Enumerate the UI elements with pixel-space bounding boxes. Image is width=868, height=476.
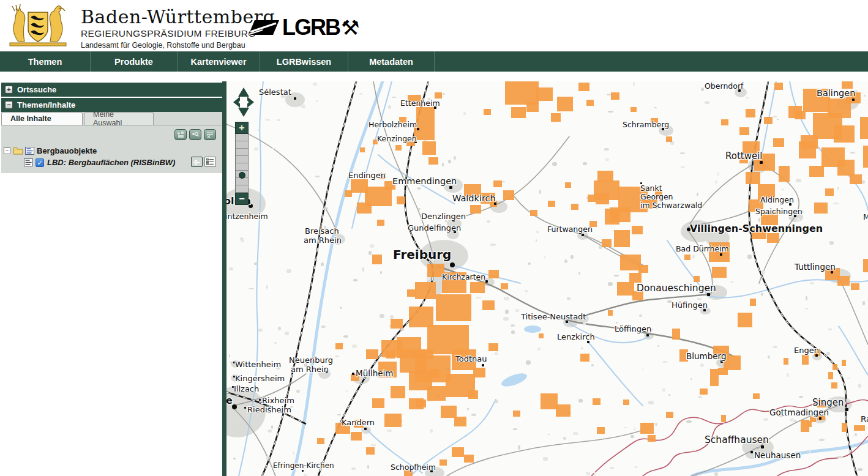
add-search-layer-button[interactable]	[189, 129, 201, 140]
town-label: Schramberg	[623, 120, 669, 129]
town-label: Wittenheim	[235, 360, 281, 369]
town-label: M	[863, 212, 868, 221]
town-label: Georgen	[640, 192, 673, 201]
panel-themen-title: Themen/Inhalte	[17, 100, 75, 110]
panel-ortssuche-header[interactable]: + Ortssuche	[1, 83, 222, 97]
zoom-in-button[interactable]: +	[235, 122, 249, 134]
nav-item-kartenviewer[interactable]: Kartenviewer	[178, 51, 260, 72]
town-label: Ra	[861, 414, 868, 424]
lgrb-logo: LGRB ⚒	[248, 15, 359, 40]
crossed-hammers-icon: ⚒	[341, 17, 359, 38]
nav-item-produkte[interactable]: Produkte	[91, 51, 178, 72]
layer-transparency-button[interactable]	[191, 157, 203, 167]
town-label: Kirchzarten	[442, 272, 485, 281]
town-label: Müllheim	[356, 368, 393, 378]
collapse-icon[interactable]: −	[5, 101, 13, 109]
tree-leaf-bergbauflaechen: ✓ LBD: Bergbauflächen (RISBinBW)	[4, 157, 220, 168]
town-label: Neuhausen	[754, 450, 801, 460]
town-label: Efringen-Kirchen	[273, 461, 334, 470]
zoom-track[interactable]	[235, 134, 249, 193]
map-viewport[interactable]: SélestatEttenheimHerbolzheimKenzingenEnd…	[226, 81, 868, 476]
add-search-icon	[192, 132, 199, 138]
town-label: Sélestat	[259, 87, 291, 97]
site-title: Baden-Württemberg	[81, 6, 275, 28]
town-label: am Rhein	[304, 236, 342, 245]
transparency-knob-icon	[195, 160, 197, 165]
town-label: Endingen	[348, 171, 386, 180]
layer-checkbox[interactable]: ✓	[36, 158, 44, 167]
remove-layers-button[interactable]	[204, 129, 216, 140]
town-label: Denzlingen	[421, 212, 466, 221]
add-layers-icon	[177, 132, 184, 138]
tree-expander-icon[interactable]: −	[4, 147, 10, 154]
town-label: Kandern	[342, 418, 375, 427]
town-label: Löffingen	[615, 324, 651, 333]
nav-item-lgrbwissen[interactable]: LGRBwissen	[260, 51, 348, 72]
town-label: Engen	[794, 346, 819, 355]
town-label: Waldkirch	[452, 193, 496, 203]
folder-node-label[interactable]: Bergbauobjekte	[37, 146, 97, 155]
town-label: Villingen-Schwenningen	[690, 223, 823, 234]
town-label: Breisach	[305, 226, 339, 236]
layer-legend-button[interactable]	[204, 157, 216, 167]
sidebar: + Ortssuche − Themen/Inhalte Alle Inhalt…	[0, 81, 226, 476]
town-label: Herbolzheim	[369, 120, 417, 129]
zoom-slider: + −	[235, 122, 249, 205]
remove-layers-icon	[206, 132, 214, 138]
town-label: Freiburg	[393, 247, 451, 262]
pan-control[interactable]	[231, 87, 256, 117]
zoom-handle[interactable]	[239, 172, 245, 179]
layer-list-icon	[24, 158, 33, 166]
town-label: Blumberg	[686, 351, 726, 361]
town-label: Tuttlingen	[795, 262, 836, 272]
town-labels-layer: SélestatEttenheimHerbolzheimKenzingenEnd…	[226, 81, 868, 476]
lgrb-logo-text: LGRB	[282, 15, 340, 40]
town-label: Emmendingen	[392, 176, 457, 186]
town-label: Furtwangen	[547, 225, 593, 234]
town-label: Bad Dürrheim	[676, 244, 729, 253]
legend-list-icon	[206, 158, 214, 165]
town-label: Sankt	[640, 184, 662, 193]
header-spacer	[0, 72, 868, 81]
town-label: Singen	[812, 397, 844, 408]
town-label: Oberndorf	[705, 81, 743, 91]
nav-item-metadaten[interactable]: Metadaten	[348, 51, 435, 72]
town-label: Schaffhausen	[705, 434, 769, 445]
layer-node-label[interactable]: LBD: Bergbauflächen (RISBinBW)	[47, 158, 175, 167]
nav-item-themen[interactable]: Themen	[0, 51, 91, 72]
town-label: Kenzingen	[377, 134, 417, 143]
tree-node-bergbauobjekte: − Bergbauobjekte	[4, 145, 220, 157]
baden-wuerttemberg-coat-of-arms	[6, 4, 70, 48]
page-header: Baden-Württemberg REGIERUNGSPRÄSIDIUM FR…	[0, 0, 868, 51]
zoom-out-button[interactable]: −	[235, 193, 249, 205]
town-label: Ettenheim	[400, 99, 440, 108]
panel-ortssuche-title: Ortssuche	[17, 85, 56, 94]
layer-tree: − Bergbauobjekte ✓ LBD: Bergbauflächen (…	[1, 144, 222, 173]
town-label: Spaichingen	[755, 207, 803, 216]
town-label: Rottweil	[725, 151, 763, 162]
lgrb-logo-icon	[248, 17, 280, 38]
expand-icon[interactable]: +	[5, 86, 13, 94]
town-label: Lenzkirch	[557, 332, 595, 341]
town-label: Todtnau	[455, 354, 487, 363]
town-label: Titisee-Neustadt	[521, 312, 586, 321]
main-nav: Themen Produkte Kartenviewer LGRBwissen …	[0, 51, 868, 72]
tab-alle-inhalte[interactable]: Alle Inhalte	[1, 112, 83, 125]
town-label: Schopfheim	[391, 463, 436, 472]
content-tabs: Alle Inhalte Meine Auswahl	[1, 112, 222, 125]
town-label: Hüfingen	[672, 300, 708, 310]
tree-toolbar	[1, 125, 222, 144]
tab-meine-auswahl[interactable]: Meine Auswahl	[84, 112, 154, 125]
add-layers-button[interactable]	[174, 129, 187, 140]
site-subtitle: REGIERUNGSPRÄSIDIUM FREIBURG	[81, 28, 275, 39]
town-label: Donaueschingen	[637, 283, 716, 294]
town-label: Rixheim	[262, 396, 294, 405]
town-label: Kingersheim	[235, 374, 285, 383]
town-label: Neuenburg	[289, 355, 333, 365]
town-label: intzenheim	[226, 212, 268, 221]
theme-list-icon	[25, 147, 34, 155]
town-label: Gottmadingen	[769, 407, 829, 417]
town-label: Gundelfingen	[408, 223, 461, 232]
site-department: Landesamt für Geologie, Rohstoffe und Be…	[81, 41, 275, 50]
town-label: am Rhein	[291, 365, 329, 374]
